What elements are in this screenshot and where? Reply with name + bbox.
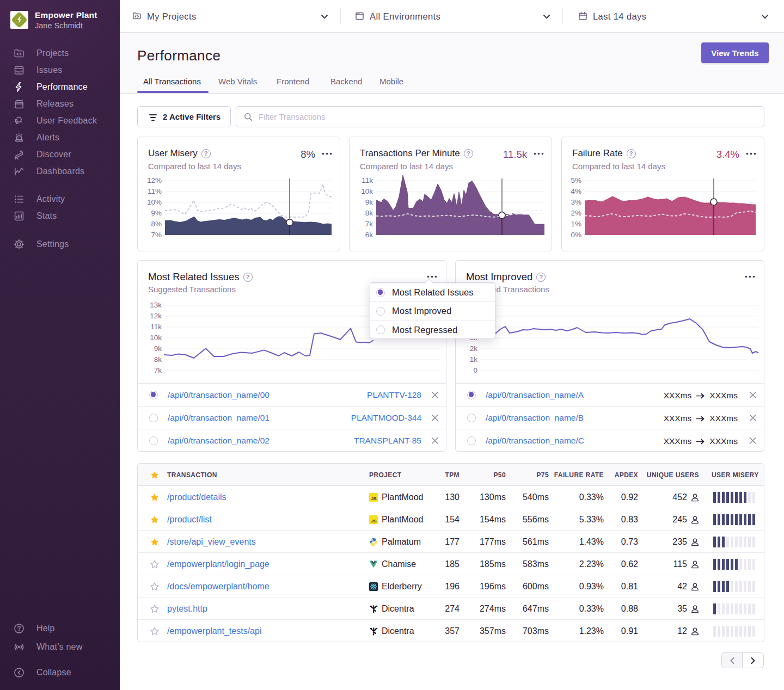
svg-text:9k: 9k xyxy=(154,344,162,353)
svg-text:10k: 10k xyxy=(361,187,373,195)
svg-text:12k: 12k xyxy=(150,312,162,320)
svg-text:9%: 9% xyxy=(151,209,162,217)
svg-text:3%: 3% xyxy=(571,198,581,206)
svg-text:7%: 7% xyxy=(151,231,162,239)
svg-text:7k: 7k xyxy=(154,366,162,374)
svg-text:6k: 6k xyxy=(365,231,373,239)
svg-text:JS: JS xyxy=(371,519,377,523)
svg-text:8%: 8% xyxy=(151,220,162,228)
svg-text:13k: 13k xyxy=(150,301,162,309)
svg-text:0: 0 xyxy=(473,366,477,374)
svg-text:7k: 7k xyxy=(365,220,373,228)
svg-text:1k: 1k xyxy=(470,355,478,364)
svg-text:12%: 12% xyxy=(147,176,162,184)
svg-text:0%: 0% xyxy=(571,231,581,239)
svg-text:8k: 8k xyxy=(154,355,162,364)
svg-text:9k: 9k xyxy=(365,198,373,206)
svg-text:1%: 1% xyxy=(571,220,581,228)
svg-text:8k: 8k xyxy=(365,209,373,217)
svg-text:10k: 10k xyxy=(150,334,162,342)
svg-text:JS: JS xyxy=(371,496,377,501)
svg-text:2k: 2k xyxy=(470,344,478,353)
svg-text:11k: 11k xyxy=(150,323,162,331)
svg-text:2%: 2% xyxy=(571,209,581,217)
svg-text:11k: 11k xyxy=(362,176,373,184)
svg-text:11%: 11% xyxy=(148,187,162,195)
svg-text:5%: 5% xyxy=(571,176,581,184)
svg-text:10%: 10% xyxy=(147,198,162,206)
svg-text:4%: 4% xyxy=(571,187,581,195)
